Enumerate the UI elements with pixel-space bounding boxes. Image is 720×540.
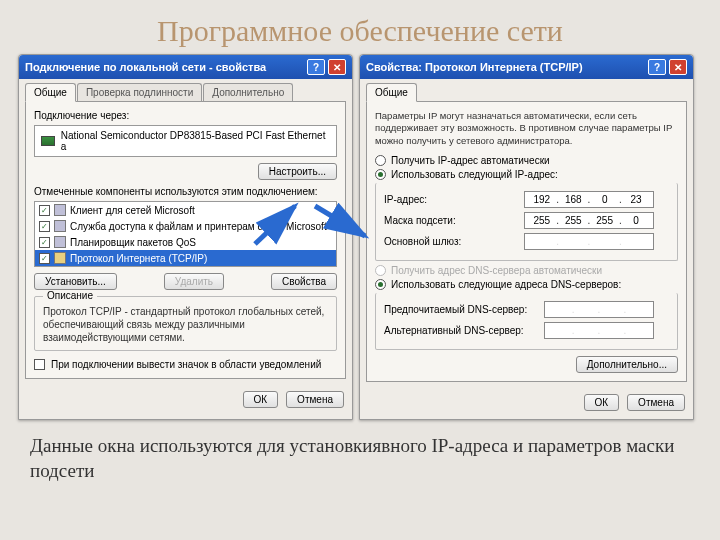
slide-caption: Данные окна используются для установкияв… xyxy=(0,420,720,483)
nic-icon xyxy=(41,136,55,146)
lan-properties-window: Подключение по локальной сети - свойства… xyxy=(18,54,353,420)
list-item-label: Планировщик пакетов QoS xyxy=(70,237,196,248)
panel-left: Подключение через: National Semiconducto… xyxy=(25,101,346,379)
radio-manual-ip-label: Использовать следующий IP-адрес: xyxy=(391,169,558,180)
ip-octet[interactable]: 168 xyxy=(561,194,585,205)
list-item-tcpip[interactable]: ✓ Протокол Интернета (TCP/IP) xyxy=(35,250,336,266)
ip-octet[interactable]: 0 xyxy=(593,194,617,205)
dialog-buttons-left: ОК Отмена xyxy=(19,385,352,416)
radio-auto-ip[interactable]: Получить IP-адрес автоматически xyxy=(375,155,678,166)
checkbox-icon[interactable] xyxy=(34,359,45,370)
tab-general[interactable]: Общие xyxy=(366,83,417,102)
radio-icon xyxy=(375,265,386,276)
dialog-buttons-right: ОК Отмена xyxy=(360,388,693,419)
tray-icon-checkbox-row[interactable]: При подключении вывести значок в области… xyxy=(34,359,337,370)
install-button[interactable]: Установить... xyxy=(34,273,117,290)
dns-group: Предпочитаемый DNS-сервер: ... Альтернат… xyxy=(375,293,678,350)
radio-icon[interactable] xyxy=(375,155,386,166)
mask-input[interactable]: 255. 255. 255. 0 xyxy=(524,212,654,229)
tab-auth[interactable]: Проверка подлинности xyxy=(77,83,202,101)
radio-icon[interactable] xyxy=(375,169,386,180)
dns-pref-input[interactable]: ... xyxy=(544,301,654,318)
configure-button[interactable]: Настроить... xyxy=(258,163,337,180)
radio-manual-ip[interactable]: Использовать следующий IP-адрес: xyxy=(375,169,678,180)
ip-octet[interactable]: 255 xyxy=(530,215,554,226)
list-item-label: Протокол Интернета (TCP/IP) xyxy=(70,253,207,264)
ip-input[interactable]: 192. 168. 0. 23 xyxy=(524,191,654,208)
advanced-button[interactable]: Дополнительно... xyxy=(576,356,678,373)
list-item[interactable]: ✓ Клиент для сетей Microsoft xyxy=(35,202,336,218)
ip-octet[interactable]: 23 xyxy=(624,194,648,205)
help-button[interactable]: ? xyxy=(648,59,666,75)
cancel-button[interactable]: Отмена xyxy=(627,394,685,411)
radio-manual-dns-label: Использовать следующие адреса DNS-сервер… xyxy=(391,279,621,290)
radio-auto-dns-label: Получить адрес DNS-сервера автоматически xyxy=(391,265,602,276)
checkbox-icon[interactable]: ✓ xyxy=(39,253,50,264)
titlebar-left[interactable]: Подключение по локальной сети - свойства… xyxy=(19,55,352,79)
help-button[interactable]: ? xyxy=(307,59,325,75)
tabs-left: Общие Проверка подлинности Дополнительно xyxy=(19,79,352,101)
dns-pref-label: Предпочитаемый DNS-сервер: xyxy=(384,304,544,315)
list-item[interactable]: ✓ Служба доступа к файлам и принтерам се… xyxy=(35,218,336,234)
tab-advanced[interactable]: Дополнительно xyxy=(203,83,293,101)
component-buttons: Установить... Удалить Свойства xyxy=(34,273,337,290)
ip-octet[interactable]: 0 xyxy=(624,215,648,226)
tabs-right: Общие xyxy=(360,79,693,101)
ip-octet[interactable]: 255 xyxy=(593,215,617,226)
description-legend: Описание xyxy=(43,290,97,301)
mask-field-row: Маска подсети: 255. 255. 255. 0 xyxy=(384,212,669,229)
description-text: Протокол TCP/IP - стандартный протокол г… xyxy=(43,305,328,344)
properties-button[interactable]: Свойства xyxy=(271,273,337,290)
titlebar-left-text: Подключение по локальной сети - свойства xyxy=(25,61,266,73)
ip-group: IP-адрес: 192. 168. 0. 23 Маска подсети:… xyxy=(375,183,678,261)
radio-icon[interactable] xyxy=(375,279,386,290)
dns-alt-row: Альтернативный DNS-сервер: ... xyxy=(384,322,669,339)
component-icon xyxy=(54,236,66,248)
components-label: Отмеченные компоненты используются этим … xyxy=(34,186,337,197)
ip-octet[interactable]: 192 xyxy=(530,194,554,205)
connect-through-label: Подключение через: xyxy=(34,110,337,121)
windows-container: Подключение по локальной сети - свойства… xyxy=(0,54,720,420)
panel-right: Параметры IP могут назначаться автоматич… xyxy=(366,101,687,382)
explain-text: Параметры IP могут назначаться автоматич… xyxy=(375,110,678,147)
dns-pref-row: Предпочитаемый DNS-сервер: ... xyxy=(384,301,669,318)
tray-icon-label: При подключении вывести значок в области… xyxy=(51,359,321,370)
ip-field-row: IP-адрес: 192. 168. 0. 23 xyxy=(384,191,669,208)
titlebar-right-text: Свойства: Протокол Интернета (TCP/IP) xyxy=(366,61,583,73)
component-icon xyxy=(54,220,66,232)
list-item[interactable]: ✓ Планировщик пакетов QoS xyxy=(35,234,336,250)
close-icon[interactable]: ✕ xyxy=(669,59,687,75)
description-group: Описание Протокол TCP/IP - стандартный п… xyxy=(34,296,337,351)
gateway-label: Основной шлюз: xyxy=(384,236,524,247)
radio-manual-dns[interactable]: Использовать следующие адреса DNS-сервер… xyxy=(375,279,678,290)
gateway-input[interactable]: ... xyxy=(524,233,654,250)
adapter-box[interactable]: National Semiconductor DP83815-Based PCI… xyxy=(34,125,337,157)
radio-auto-dns: Получить адрес DNS-сервера автоматически xyxy=(375,265,678,276)
tab-general[interactable]: Общие xyxy=(25,83,76,102)
cancel-button[interactable]: Отмена xyxy=(286,391,344,408)
adapter-name: National Semiconductor DP83815-Based PCI… xyxy=(61,130,330,152)
list-item-label: Клиент для сетей Microsoft xyxy=(70,205,195,216)
radio-auto-ip-label: Получить IP-адрес автоматически xyxy=(391,155,550,166)
tcpip-properties-window: Свойства: Протокол Интернета (TCP/IP) ? … xyxy=(359,54,694,420)
checkbox-icon[interactable]: ✓ xyxy=(39,221,50,232)
ip-octet[interactable]: 255 xyxy=(561,215,585,226)
titlebar-right[interactable]: Свойства: Протокол Интернета (TCP/IP) ? … xyxy=(360,55,693,79)
dns-alt-input[interactable]: ... xyxy=(544,322,654,339)
checkbox-icon[interactable]: ✓ xyxy=(39,237,50,248)
component-icon xyxy=(54,204,66,216)
gateway-field-row: Основной шлюз: ... xyxy=(384,233,669,250)
dns-alt-label: Альтернативный DNS-сервер: xyxy=(384,325,544,336)
list-item-label: Служба доступа к файлам и принтерам сете… xyxy=(70,221,327,232)
close-icon[interactable]: ✕ xyxy=(328,59,346,75)
ok-button[interactable]: ОК xyxy=(243,391,279,408)
ip-label: IP-адрес: xyxy=(384,194,524,205)
slide-title: Программное обеспечение сети xyxy=(0,0,720,54)
mask-label: Маска подсети: xyxy=(384,215,524,226)
checkbox-icon[interactable]: ✓ xyxy=(39,205,50,216)
ok-button[interactable]: ОК xyxy=(584,394,620,411)
remove-button: Удалить xyxy=(164,273,224,290)
protocol-icon xyxy=(54,252,66,264)
components-list[interactable]: ✓ Клиент для сетей Microsoft ✓ Служба до… xyxy=(34,201,337,267)
